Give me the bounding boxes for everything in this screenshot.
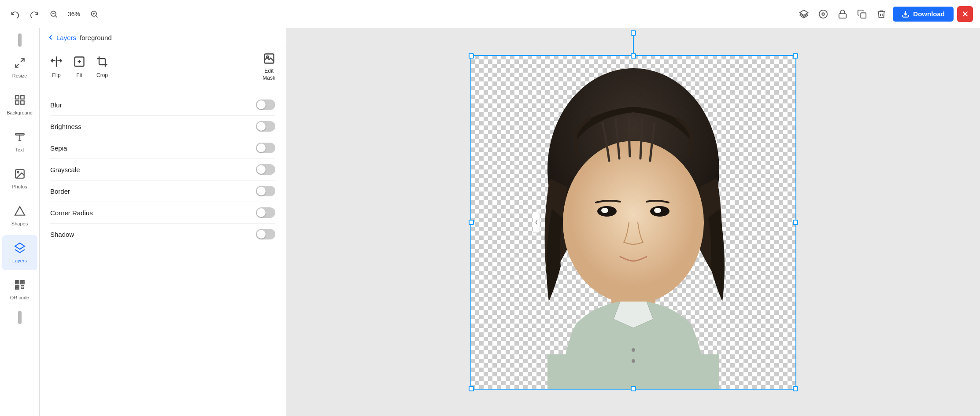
border-label: Border	[50, 188, 70, 195]
left-sidebar: Resize Background Text Photos Shapes	[0, 28, 40, 416]
grayscale-toggle[interactable]	[256, 164, 275, 175]
close-icon: ✕	[962, 9, 969, 19]
sidebar-item-background[interactable]: Background	[2, 87, 37, 122]
photos-icon	[14, 168, 26, 182]
flip-icon	[50, 55, 63, 70]
brightness-label: Brightness	[50, 123, 81, 130]
svg-rect-17	[21, 101, 24, 104]
sepia-toggle[interactable]	[256, 143, 275, 153]
fit-icon	[73, 55, 85, 70]
svg-point-22	[17, 172, 18, 173]
resize-icon	[14, 57, 26, 71]
filter-row-blur: Blur	[50, 94, 275, 116]
close-button[interactable]: ✕	[957, 6, 973, 22]
svg-rect-30	[16, 287, 18, 288]
svg-line-2	[55, 15, 57, 17]
top-toolbar: 36% Download ✕	[0, 0, 980, 28]
blur-label: Blur	[50, 101, 62, 109]
filter-row-border: Border	[50, 180, 275, 202]
zoom-in-button[interactable]	[86, 6, 102, 22]
edit-mask-button[interactable]: EditMask	[263, 52, 275, 81]
filter-row-shadow: Shadow	[50, 224, 275, 245]
sidebar-item-photos[interactable]: Photos	[2, 161, 37, 196]
lock-icon-button[interactable]	[835, 6, 851, 22]
svg-point-46	[601, 208, 608, 213]
filter-row-corner-radius: Corner Radius	[50, 202, 275, 224]
svg-rect-10	[861, 13, 866, 18]
svg-point-49	[632, 348, 635, 352]
main-content: Resize Background Text Photos Shapes	[0, 28, 980, 416]
sidebar-item-text[interactable]: Text	[2, 124, 37, 159]
crop-label: Crop	[96, 72, 108, 78]
crop-button[interactable]: Crop	[96, 55, 108, 78]
text-icon	[14, 131, 26, 145]
delete-icon-button[interactable]	[873, 6, 889, 22]
layers-icon-button[interactable]	[796, 6, 812, 22]
undo-button[interactable]	[7, 6, 23, 22]
svg-rect-18	[15, 133, 24, 135]
svg-line-13	[15, 64, 19, 67]
shadow-label: Shadow	[50, 231, 74, 238]
shadow-toggle[interactable]	[256, 229, 275, 239]
flip-button[interactable]: Flip	[50, 55, 63, 78]
panel-filters: Blur Brightness Sepia Grayscale Border C…	[40, 87, 286, 416]
toolbar-left: 36%	[7, 6, 792, 22]
svg-marker-23	[15, 206, 25, 215]
blur-toggle[interactable]	[256, 99, 275, 110]
download-button[interactable]: Download	[893, 7, 954, 22]
scrollbar-bottom[interactable]	[18, 311, 22, 324]
svg-rect-29	[22, 281, 23, 283]
corner-radius-toggle[interactable]	[256, 207, 275, 218]
svg-point-43	[563, 141, 704, 304]
flip-label: Flip	[52, 72, 60, 78]
svg-marker-24	[15, 243, 25, 249]
dropper-icon-button[interactable]	[815, 6, 831, 22]
toolbar-right: Download ✕	[796, 6, 973, 22]
panel-actions: Flip Fit Crop EditMask	[40, 47, 286, 87]
mask-icon	[263, 52, 275, 66]
redo-button[interactable]	[26, 6, 42, 22]
sidebar-item-qrcode-label: QR code	[10, 295, 29, 300]
background-icon	[14, 94, 26, 108]
rotation-handle-bar	[633, 33, 634, 55]
corner-radius-label: Corner Radius	[50, 209, 93, 217]
edit-mask-label: EditMask	[263, 68, 275, 81]
sidebar-item-photos-label: Photos	[12, 184, 27, 189]
crop-icon	[96, 55, 108, 70]
svg-point-47	[654, 208, 661, 213]
sidebar-item-layers[interactable]: Layers	[2, 235, 37, 270]
fit-button[interactable]: Fit	[73, 55, 85, 78]
panel: Layers foreground Flip Fit	[40, 28, 286, 416]
sidebar-item-resize[interactable]: Resize	[2, 50, 37, 85]
canvas-content	[470, 55, 796, 390]
svg-rect-28	[16, 281, 18, 283]
scrollbar-top[interactable]	[18, 33, 22, 47]
rotation-handle[interactable]	[631, 30, 636, 36]
sidebar-item-shapes-label: Shapes	[11, 221, 28, 226]
sidebar-item-qrcode[interactable]: QR code	[2, 272, 37, 307]
portrait-image[interactable]	[470, 55, 796, 390]
back-button[interactable]: Layers	[47, 33, 76, 41]
collapse-handle[interactable]	[533, 212, 540, 233]
shapes-icon	[14, 205, 26, 219]
sidebar-item-shapes[interactable]: Shapes	[2, 198, 37, 233]
sepia-label: Sepia	[50, 144, 67, 152]
layers-icon	[14, 242, 26, 256]
filter-row-brightness: Brightness	[50, 116, 275, 137]
sidebar-item-text-label: Text	[15, 147, 24, 152]
brightness-toggle[interactable]	[256, 121, 275, 132]
zoom-level: 36%	[65, 11, 83, 18]
svg-rect-16	[15, 101, 19, 104]
canvas-area	[286, 28, 980, 416]
qrcode-icon	[14, 279, 26, 293]
grayscale-label: Grayscale	[50, 166, 80, 173]
panel-header: Layers foreground	[40, 28, 286, 47]
zoom-out-button[interactable]	[46, 6, 62, 22]
svg-point-8	[822, 13, 825, 15]
fit-label: Fit	[76, 72, 82, 78]
border-toggle[interactable]	[256, 186, 275, 196]
layer-name: foreground	[80, 34, 112, 41]
svg-rect-9	[839, 14, 847, 18]
duplicate-icon-button[interactable]	[854, 6, 870, 22]
sidebar-item-background-label: Background	[7, 110, 33, 115]
